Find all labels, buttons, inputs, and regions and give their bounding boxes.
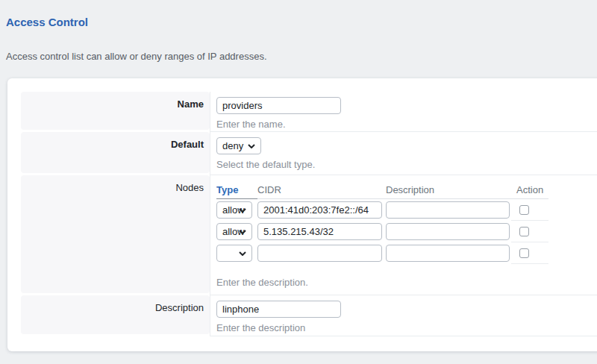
form-row-default: Default deny Select the default type. [7, 132, 597, 175]
node-type-select[interactable]: allow [216, 201, 252, 219]
node-type-cell: allow [216, 199, 257, 221]
nodes-table-row: allow [216, 221, 597, 242]
description-label: Description [21, 295, 210, 334]
form-row-description: Description Enter the description [7, 295, 597, 336]
node-description-input[interactable] [386, 201, 510, 219]
name-field-area: Enter the name. [210, 92, 597, 132]
page-title: Access Control [6, 16, 88, 28]
node-action-cell [511, 199, 548, 221]
node-type-select[interactable] [216, 245, 252, 262]
node-cidr-input[interactable] [257, 223, 382, 240]
node-action-cell [511, 242, 548, 264]
nodes-hint: Enter the description. [216, 277, 597, 288]
node-type-select-value: allow [222, 226, 234, 237]
nodes-field-area: Type CIDR Description Action allow [210, 175, 597, 295]
nodes-table-row: allow [216, 199, 597, 221]
form-row-nodes: Nodes Type CIDR Description Action allow [7, 175, 597, 295]
description-hint: Enter the description [216, 322, 597, 333]
column-header-type[interactable]: Type [216, 181, 257, 199]
page-subtitle: Access control list can allow or deny ra… [6, 51, 267, 62]
node-cidr-input[interactable] [257, 245, 382, 262]
column-header-cidr: CIDR [257, 181, 386, 199]
action-checkbox[interactable] [519, 205, 529, 215]
chevron-down-icon [248, 144, 255, 148]
node-type-select[interactable]: allow [216, 223, 252, 240]
column-header-description: Description [386, 181, 511, 199]
node-type-cell: allow [216, 221, 257, 242]
node-description-input[interactable] [386, 223, 510, 240]
node-description-cell [386, 242, 511, 264]
node-cidr-input[interactable] [257, 201, 382, 219]
node-description-cell [386, 221, 511, 242]
description-field-area: Enter the description [210, 295, 597, 336]
chevron-down-icon [239, 208, 246, 213]
chevron-down-icon [239, 251, 246, 256]
name-hint: Enter the name. [216, 119, 597, 130]
default-field-area: deny Select the default type. [210, 132, 597, 175]
default-label: Default [21, 132, 210, 173]
action-checkbox[interactable] [519, 248, 529, 258]
name-label: Name [21, 92, 210, 130]
node-type-cell [216, 242, 257, 264]
nodes-label: Nodes [21, 175, 210, 293]
node-cidr-cell [257, 221, 386, 242]
node-action-cell [511, 221, 548, 242]
node-description-cell [386, 199, 511, 221]
node-description-input[interactable] [386, 245, 510, 262]
action-checkbox[interactable] [519, 227, 529, 236]
default-select-value: deny [222, 140, 243, 151]
description-input[interactable] [216, 301, 341, 318]
default-hint: Select the default type. [216, 159, 597, 170]
nodes-table: Type CIDR Description Action allow [216, 181, 597, 264]
node-cidr-cell [257, 242, 386, 264]
node-type-select-value [222, 253, 224, 254]
access-control-form-card: Name Enter the name. Default deny Select… [7, 78, 597, 351]
column-header-action: Action [511, 181, 548, 199]
default-select[interactable]: deny [216, 137, 261, 154]
form-row-name: Name Enter the name. [7, 92, 597, 132]
chevron-down-icon [239, 230, 246, 234]
nodes-table-header: Type CIDR Description Action [216, 181, 597, 199]
node-type-select-value: allow [222, 204, 234, 216]
nodes-table-row [216, 242, 597, 264]
name-input[interactable] [216, 97, 341, 114]
node-cidr-cell [257, 199, 386, 221]
